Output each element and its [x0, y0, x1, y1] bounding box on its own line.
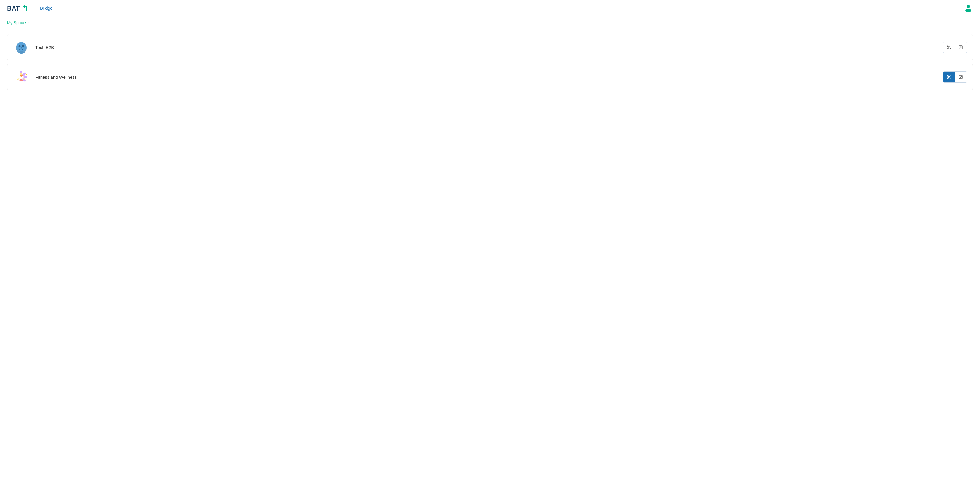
fitness-wellness-image-button[interactable]	[955, 72, 967, 82]
scissors-icon-2	[947, 75, 951, 80]
fitness-wellness-icon: ✦ ✦	[13, 69, 29, 85]
svg-point-10	[19, 51, 24, 54]
space-card-left: Tech B2B	[13, 39, 54, 56]
svg-point-29	[947, 78, 948, 79]
svg-point-4	[966, 9, 971, 12]
space-card-tech-b2b: Tech B2B	[7, 34, 973, 61]
image-icon	[958, 45, 963, 49]
fitness-wellness-scissors-button[interactable]	[943, 72, 955, 82]
svg-line-32	[948, 76, 949, 77]
fitness-wellness-name: Fitness and Wellness	[35, 75, 77, 80]
scissors-icon	[947, 45, 951, 49]
user-avatar-icon[interactable]	[964, 3, 973, 12]
svg-text:✦: ✦	[16, 73, 18, 75]
header-left: BAT I Bridge	[7, 3, 52, 13]
mask-icon-svg	[13, 39, 29, 56]
svg-point-34	[960, 76, 961, 77]
tab-my-spaces[interactable]: My Spaces›	[7, 16, 29, 29]
svg-point-3	[967, 5, 970, 8]
logo-svg: BAT I	[7, 3, 30, 13]
image-icon-2	[958, 75, 963, 80]
header-divider	[35, 5, 35, 12]
main-content: Tech B2B	[0, 29, 980, 98]
svg-point-11	[947, 46, 948, 47]
tech-b2b-actions	[943, 42, 967, 53]
svg-point-7	[19, 45, 21, 47]
batoi-logo: BAT I	[7, 3, 30, 13]
header: BAT I Bridge	[0, 0, 980, 16]
svg-point-20	[23, 76, 27, 78]
user-avatar-area[interactable]	[964, 3, 973, 13]
svg-text:BAT: BAT	[7, 5, 20, 12]
svg-line-15	[948, 46, 949, 47]
space-card-left-2: ✦ ✦ Fitness and Wellness	[13, 69, 77, 85]
svg-point-12	[947, 48, 948, 49]
svg-line-24	[17, 79, 19, 80]
bridge-link[interactable]: Bridge	[40, 6, 52, 11]
tab-my-spaces-label: My Spaces	[7, 21, 27, 25]
fitness-wellness-actions	[943, 72, 967, 83]
chevron-right-icon: ›	[28, 21, 29, 25]
svg-line-14	[950, 48, 951, 49]
wellness-icon-svg: ✦ ✦	[13, 69, 29, 85]
svg-line-31	[950, 78, 951, 79]
tech-b2b-image-button[interactable]	[955, 42, 967, 53]
svg-point-17	[960, 46, 961, 47]
svg-text:I: I	[25, 5, 27, 12]
tech-b2b-icon	[13, 39, 29, 56]
nav-tabs: My Spaces›	[0, 16, 980, 29]
svg-point-28	[947, 75, 948, 76]
svg-point-23	[20, 73, 22, 75]
svg-point-9	[21, 47, 22, 49]
svg-point-8	[22, 45, 24, 47]
svg-text:✦: ✦	[25, 73, 27, 76]
space-card-fitness-wellness: ✦ ✦ Fitness and Wellness	[7, 64, 973, 90]
tech-b2b-name: Tech B2B	[35, 45, 54, 50]
tech-b2b-scissors-button[interactable]	[943, 42, 955, 53]
